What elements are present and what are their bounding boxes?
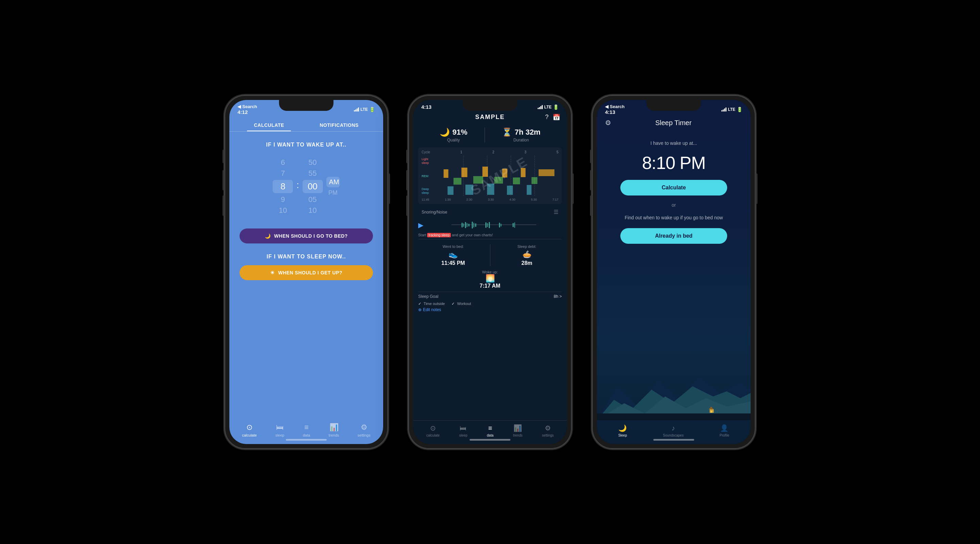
nav2-data[interactable]: ≡ data (487, 424, 493, 437)
nav3-sleep[interactable]: 🌙 Sleep (618, 424, 627, 437)
data-icon: ≡ (304, 423, 309, 432)
pm[interactable]: PM (326, 189, 340, 197)
nav3-profile[interactable]: 👤 Profile (720, 424, 729, 437)
clock-3: 4:13 (605, 109, 624, 115)
hour-10[interactable]: 10 (272, 206, 293, 215)
snoring-menu-icon[interactable]: ☰ (554, 209, 558, 215)
tracking-link[interactable]: tracking sleep (427, 233, 451, 237)
snoring-title: Snoring/Noise (422, 210, 551, 214)
duration-stat: ⏳ 7h 32m Duration (502, 127, 541, 143)
minute-picker[interactable]: 50 55 00 05 10 (302, 158, 323, 215)
signal-icon-2 (538, 105, 543, 109)
minute-50[interactable]: 50 (302, 158, 323, 167)
tab-notifications[interactable]: NOTIFICATIONS (313, 120, 365, 131)
mute-button-2[interactable] (406, 150, 408, 163)
sleep-debt-value: 28m (521, 260, 532, 266)
nav2-trends[interactable]: 📊 trends (513, 424, 523, 437)
signal-icon (354, 108, 359, 111)
volume-up-button-3[interactable] (590, 170, 592, 190)
nav3-sleep-label: Sleep (618, 433, 627, 437)
already-in-bed-button[interactable]: Already in bed (620, 228, 727, 244)
back-arrow-icon-3: ◀ (605, 104, 608, 109)
nav-sleep[interactable]: 🛏 sleep (275, 423, 284, 437)
phone3-screen: ◀ Search 4:13 LTE 🔋 (597, 100, 751, 444)
when-go-to-bed-button[interactable]: 🌙 WHEN SHOULD I GO TO BED? (240, 228, 373, 243)
mute-button[interactable] (223, 150, 224, 163)
nav2-settings[interactable]: ⚙ settings (542, 424, 554, 437)
network-label: LTE (360, 107, 368, 112)
nav2-calculate[interactable]: ⊙ calculate (426, 424, 440, 437)
minute-05[interactable]: 05 (302, 195, 323, 204)
svg-rect-29 (476, 224, 476, 227)
am-selected[interactable]: AM (326, 177, 340, 187)
nav-trends[interactable]: 📊 trends (329, 423, 339, 437)
nav-data[interactable]: ≡ data (303, 423, 310, 437)
svg-rect-1 (447, 186, 453, 195)
svg-rect-12 (461, 168, 467, 177)
nav2-calculate-label: calculate (426, 433, 440, 437)
svg-rect-30 (485, 222, 487, 228)
went-to-bed-time: 11:45 PM (441, 260, 465, 266)
hour-6[interactable]: 6 (272, 158, 293, 167)
nav-data-label: data (303, 433, 310, 437)
svg-rect-43 (711, 411, 712, 413)
calendar-icon[interactable]: 📅 (553, 114, 560, 121)
time-130: 1:30 (445, 198, 451, 201)
back-label-3[interactable]: Search (610, 104, 624, 109)
calculate-button[interactable]: Calculate (620, 180, 727, 195)
mute-button-3[interactable] (590, 150, 592, 163)
woke-up-section: Woke up: 🌅 7:17 AM (418, 270, 562, 289)
sleep-goal-value[interactable]: 8h > (554, 294, 562, 299)
volume-up-button-2[interactable] (406, 170, 408, 190)
question-icon[interactable]: ? (545, 114, 549, 121)
chart-visualization: SAMPLE (440, 156, 558, 197)
nav3-soundscapes[interactable]: ♪ Soundscapes (663, 424, 684, 437)
notch (279, 100, 334, 111)
gear-button[interactable]: ⚙ (605, 119, 611, 127)
volume-down-button-2[interactable] (406, 195, 408, 216)
edit-notes[interactable]: ⊕ Edit notes (418, 308, 562, 312)
hour-picker[interactable]: 6 7 8 9 10 (272, 158, 293, 215)
hour-8-selected[interactable]: 8 (272, 180, 293, 193)
clock-2: 4:13 (421, 104, 431, 110)
nav-calculate[interactable]: ⊙ calculate (242, 423, 256, 437)
tracking-prompt: Start tracking sleep and get your own ch… (418, 233, 562, 237)
nav-trends-label: trends (329, 433, 339, 437)
tab-calculate[interactable]: CALCULATE (247, 120, 291, 131)
sleep-goal-label: Sleep Goal (418, 294, 438, 299)
minute-00-selected[interactable]: 00 (302, 180, 323, 193)
rem-label: REM (422, 174, 437, 178)
svg-rect-32 (489, 222, 490, 228)
time-picker[interactable]: 6 7 8 9 10 : 50 55 00 05 10 (272, 155, 340, 218)
stats-divider (485, 127, 485, 143)
svg-rect-14 (502, 169, 508, 178)
time-530: 5:30 (531, 198, 537, 201)
svg-rect-26 (469, 224, 469, 227)
battery-icon-3: 🔋 (737, 107, 743, 112)
ampm-picker[interactable]: AM PM (326, 177, 340, 197)
hour-7[interactable]: 7 (272, 169, 293, 178)
data-header: SAMPLE ? 📅 (413, 112, 567, 124)
when-get-up-button[interactable]: ☀ WHEN SHOULD I GET UP? (240, 265, 373, 280)
nav3-profile-label: Profile (720, 433, 729, 437)
big-time: 8:10 PM (642, 153, 706, 173)
bed-debt-row: Went to bed: 👟 11:45 PM Sleep debt: 🥧 28… (418, 243, 562, 268)
power-button[interactable] (388, 173, 390, 204)
duration-value: 7h 32m (515, 128, 541, 137)
nav2-sleep[interactable]: 🛏 sleep (460, 424, 468, 437)
volume-down-button-3[interactable] (590, 195, 592, 216)
back-label[interactable]: Search (242, 104, 257, 109)
volume-down-button[interactable] (223, 195, 224, 216)
play-icon[interactable]: ▶ (418, 221, 423, 229)
minute-10[interactable]: 10 (302, 206, 323, 215)
volume-up-button[interactable] (223, 170, 224, 190)
power-button-3[interactable] (756, 173, 757, 204)
time-330: 3:30 (488, 198, 494, 201)
svg-rect-28 (474, 223, 474, 227)
power-button-2[interactable] (572, 173, 574, 204)
minute-55[interactable]: 55 (302, 169, 323, 178)
sleep-goal-row: Sleep Goal 8h > (418, 292, 562, 299)
hour-9[interactable]: 9 (272, 195, 293, 204)
nav-settings[interactable]: ⚙ settings (358, 423, 371, 437)
svg-rect-3 (487, 184, 495, 195)
